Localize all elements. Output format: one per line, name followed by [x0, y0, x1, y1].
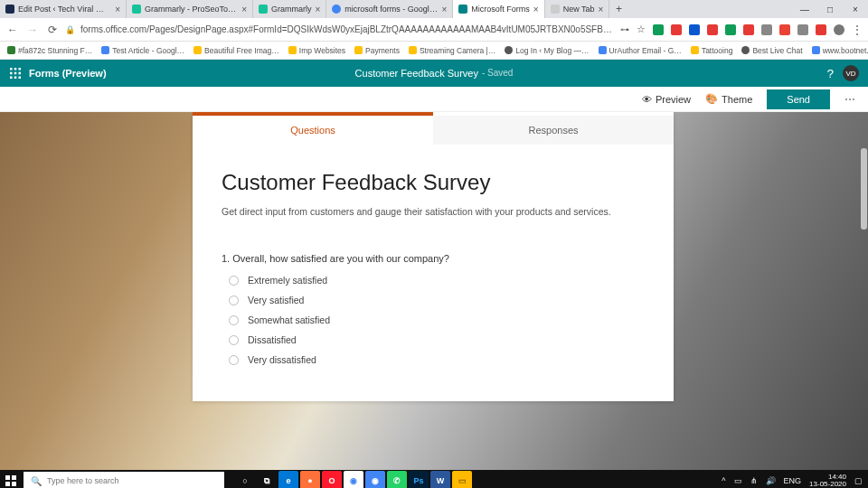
- star-icon[interactable]: ☆: [637, 23, 646, 35]
- ext-icon[interactable]: [743, 24, 754, 35]
- ext-icon[interactable]: [671, 24, 682, 35]
- svg-rect-5: [19, 72, 22, 75]
- taskbar-app[interactable]: ◉: [365, 471, 385, 488]
- tray-notifications-icon[interactable]: ▢: [854, 476, 863, 485]
- menu-icon[interactable]: ⋮: [852, 23, 863, 36]
- app-name: Forms (Preview): [29, 68, 107, 79]
- saved-label: - Saved: [482, 68, 513, 79]
- theme-button[interactable]: 🎨Theme: [705, 93, 752, 105]
- taskbar-app[interactable]: e: [278, 471, 298, 488]
- taskbar-app[interactable]: ●: [300, 471, 320, 488]
- browser-tab[interactable]: Grammarly×: [253, 0, 326, 18]
- ext-icon[interactable]: [725, 24, 736, 35]
- radio-icon[interactable]: [229, 276, 239, 286]
- close-icon[interactable]: ×: [442, 5, 448, 14]
- bookmark[interactable]: www.bootnet.in - G…: [812, 46, 868, 55]
- close-icon[interactable]: ×: [316, 5, 321, 14]
- svg-rect-2: [19, 68, 22, 70]
- taskbar-app[interactable]: W: [430, 471, 450, 488]
- waffle-icon[interactable]: [9, 67, 22, 80]
- browser-tab-active[interactable]: Microsoft Forms×: [453, 0, 544, 18]
- bookmark[interactable]: Beautiful Free Imag…: [193, 46, 279, 55]
- radio-icon[interactable]: [229, 315, 239, 325]
- svg-rect-11: [5, 482, 10, 486]
- key-icon[interactable]: ⊶: [620, 24, 629, 34]
- form-description[interactable]: Get direct input from customers and gaug…: [222, 206, 645, 217]
- avatar[interactable]: VD: [843, 65, 859, 81]
- ext-icon[interactable]: [761, 24, 772, 35]
- taskbar-app[interactable]: ▭: [452, 471, 472, 488]
- form-card: Questions Responses Customer Feedback Su…: [193, 112, 674, 401]
- ext-icon[interactable]: [797, 24, 808, 35]
- ext-icon[interactable]: [816, 24, 826, 35]
- tab-responses[interactable]: Responses: [433, 116, 674, 145]
- ext-icon[interactable]: [689, 24, 700, 35]
- addr-right-icons: ⊶ ☆ ⋮: [620, 23, 863, 36]
- back-button[interactable]: ←: [5, 23, 20, 36]
- taskbar-app[interactable]: ◉: [344, 471, 363, 488]
- browser-tab[interactable]: New Tab×: [545, 0, 610, 18]
- taskbar-app[interactable]: ○: [235, 471, 255, 488]
- browser-tab[interactable]: Edit Post ‹ Tech Viral — Wor…×: [0, 0, 127, 18]
- window-minimize[interactable]: —: [792, 0, 817, 18]
- radio-icon[interactable]: [229, 335, 239, 345]
- radio-icon[interactable]: [229, 355, 239, 365]
- question-text[interactable]: 1. Overall, how satisfied are you with o…: [222, 253, 645, 264]
- option[interactable]: Dissatisfied: [229, 334, 645, 345]
- url-text[interactable]: forms.office.com/Pages/DesignPage.aspx#F…: [80, 24, 615, 34]
- reload-button[interactable]: ⟳: [45, 23, 60, 36]
- close-icon[interactable]: ×: [599, 5, 604, 14]
- ext-icon[interactable]: [653, 24, 664, 35]
- bookmark[interactable]: Streaming Camera |…: [409, 46, 495, 55]
- bookmark[interactable]: Imp Websites: [288, 46, 345, 55]
- svg-rect-3: [10, 72, 13, 75]
- bookmark[interactable]: #fa872c Stunning F…: [7, 46, 92, 55]
- close-icon[interactable]: ×: [533, 5, 539, 14]
- window-maximize[interactable]: □: [817, 0, 843, 18]
- profile-icon[interactable]: [834, 24, 844, 35]
- bookmark[interactable]: Payments: [354, 46, 400, 55]
- ext-icon[interactable]: [707, 24, 718, 35]
- preview-button[interactable]: 👁Preview: [642, 94, 691, 105]
- svg-rect-9: [5, 475, 10, 480]
- new-tab-button[interactable]: +: [609, 0, 627, 18]
- radio-icon[interactable]: [229, 296, 239, 305]
- tray-clock[interactable]: 14:4013-05-2020: [809, 474, 846, 488]
- taskbar-app[interactable]: O: [322, 471, 342, 488]
- bookmark[interactable]: Best Live Chat: [741, 46, 802, 55]
- window-close[interactable]: ×: [843, 0, 868, 18]
- ext-icon[interactable]: [779, 24, 790, 35]
- bookmark[interactable]: UrAuthor Email - G…: [599, 46, 682, 55]
- form-title[interactable]: Customer Feedback Survey: [222, 170, 645, 195]
- start-button[interactable]: [0, 470, 22, 488]
- tray-battery-icon[interactable]: ▭: [734, 476, 742, 485]
- tray-lang[interactable]: ENG: [784, 476, 802, 485]
- taskbar-app[interactable]: ✆: [387, 471, 407, 488]
- help-icon[interactable]: ?: [827, 67, 834, 80]
- browser-tab[interactable]: microsoft forms - Google Se…×: [326, 0, 453, 18]
- taskbar-app[interactable]: Ps: [409, 471, 429, 488]
- browser-tab-strip: Edit Post ‹ Tech Viral — Wor…× Grammarly…: [0, 0, 868, 18]
- close-icon[interactable]: ×: [241, 5, 247, 14]
- tray-chevron-icon[interactable]: ^: [722, 476, 725, 485]
- taskbar-search[interactable]: 🔍 Type here to search: [24, 472, 224, 488]
- send-button[interactable]: Send: [767, 89, 830, 109]
- option[interactable]: Very satisfied: [229, 295, 645, 305]
- bookmark[interactable]: Test Article - Googl…: [101, 46, 184, 55]
- bookmark[interactable]: Tattooing: [691, 46, 733, 55]
- option[interactable]: Somewhat satisfied: [229, 314, 645, 325]
- bookmark[interactable]: Log In ‹ My Blog —…: [505, 46, 589, 55]
- taskbar-app[interactable]: ⧉: [257, 471, 277, 488]
- taskbar-apps: ○⧉e●O◉◉✆PsW▭: [235, 471, 472, 488]
- more-button[interactable]: ⋯: [844, 93, 857, 106]
- browser-tab[interactable]: Grammarly - ProSeoTools_×: [127, 0, 253, 18]
- option[interactable]: Very dissatisfied: [229, 354, 645, 365]
- close-icon[interactable]: ×: [115, 5, 120, 14]
- option[interactable]: Extremely satisfied: [229, 275, 645, 286]
- tab-questions[interactable]: Questions: [193, 116, 433, 145]
- tray-volume-icon[interactable]: 🔊: [766, 476, 776, 485]
- tray-wifi-icon[interactable]: ⋔: [750, 476, 758, 485]
- svg-rect-4: [14, 72, 17, 75]
- forward-button[interactable]: →: [25, 23, 40, 36]
- scrollbar-thumb[interactable]: [861, 148, 867, 230]
